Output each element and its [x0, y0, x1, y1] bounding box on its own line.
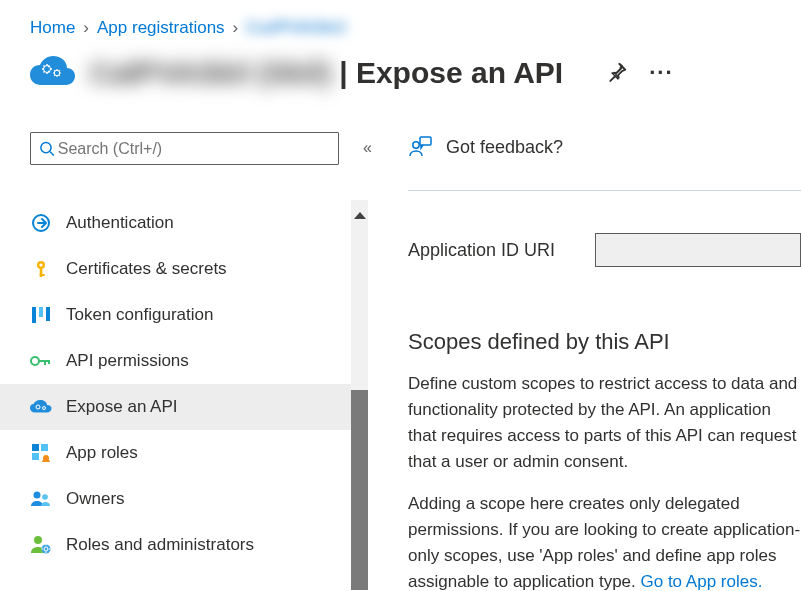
scrollbar-track[interactable]: [351, 200, 368, 588]
svg-point-12: [31, 357, 39, 365]
app-roles-icon: [30, 444, 52, 462]
chevron-right-icon: ›: [83, 18, 89, 38]
svg-rect-18: [32, 444, 39, 451]
svg-point-23: [42, 494, 48, 500]
authentication-icon: [30, 213, 52, 233]
svg-rect-19: [41, 444, 48, 451]
token-icon: [30, 306, 52, 324]
app-id-uri-label: Application ID URI: [408, 240, 555, 261]
expose-api-icon: [30, 399, 52, 415]
more-icon[interactable]: ···: [649, 60, 673, 86]
svg-point-27: [413, 142, 419, 148]
search-icon: [39, 140, 56, 158]
search-input[interactable]: [56, 139, 330, 159]
scrollbar-thumb[interactable]: [351, 390, 368, 590]
sidebar-item-api-permissions[interactable]: API permissions: [0, 338, 368, 384]
key-icon: [30, 259, 52, 279]
sidebar-item-label: Authentication: [66, 213, 174, 233]
sidebar-item-certificates-secrets[interactable]: Certificates & secrets: [0, 246, 368, 292]
svg-point-6: [39, 263, 42, 266]
svg-point-2: [41, 142, 51, 152]
api-permissions-icon: [30, 353, 52, 369]
breadcrumb-home[interactable]: Home: [30, 18, 75, 38]
divider: [408, 190, 801, 191]
svg-rect-20: [32, 453, 39, 460]
chevron-right-icon: ›: [233, 18, 239, 38]
sidebar-item-label: Owners: [66, 489, 125, 509]
svg-rect-28: [420, 137, 431, 145]
app-cloud-icon: [28, 54, 76, 92]
scopes-description-1: Define custom scopes to restrict access …: [408, 371, 801, 475]
scopes-description-2: Adding a scope here creates only delegat…: [408, 491, 801, 591]
svg-rect-9: [32, 307, 36, 323]
go-to-app-roles-link[interactable]: Go to App roles.: [641, 572, 763, 591]
breadcrumb-app-registrations[interactable]: App registrations: [97, 18, 225, 38]
sidebar-item-authentication[interactable]: Authentication: [0, 200, 368, 246]
feedback-link[interactable]: Got feedback?: [408, 130, 801, 164]
sidebar-item-expose-an-api[interactable]: Expose an API: [0, 384, 368, 430]
sidebar-item-token-configuration[interactable]: Token configuration: [0, 292, 368, 338]
breadcrumb: Home › App registrations › CalPVASkil: [0, 0, 801, 44]
app-id-uri-input[interactable]: [595, 233, 801, 267]
svg-rect-11: [46, 307, 50, 321]
page-title-row: CalPVASkil (Skil) | Expose an API ···: [0, 44, 801, 132]
svg-rect-8: [40, 274, 45, 276]
svg-point-24: [34, 536, 42, 544]
sidebar-item-owners[interactable]: Owners: [0, 476, 368, 522]
sidebar-item-roles-administrators[interactable]: Roles and administrators: [0, 522, 368, 568]
sidebar-item-label: Certificates & secrets: [66, 259, 227, 279]
sidebar-item-label: Token configuration: [66, 305, 213, 325]
breadcrumb-app-name-redacted: CalPVASkil: [246, 18, 346, 38]
sidebar-item-label: App roles: [66, 443, 138, 463]
svg-rect-10: [39, 307, 43, 317]
scopes-heading: Scopes defined by this API: [408, 329, 801, 355]
feedback-label: Got feedback?: [446, 137, 563, 158]
page-title: | Expose an API: [339, 56, 563, 90]
svg-point-22: [34, 492, 41, 499]
scroll-up-icon[interactable]: [354, 212, 366, 219]
pin-icon[interactable]: [607, 62, 627, 85]
sidebar-item-app-roles[interactable]: App roles: [0, 430, 368, 476]
sidebar-nav: Authentication Certificates & secrets: [0, 200, 368, 588]
roles-admin-icon: [30, 535, 52, 555]
sidebar-item-label: API permissions: [66, 351, 189, 371]
page-title-app-name-redacted: CalPVASkil (Skil): [90, 56, 331, 90]
owners-icon: [30, 490, 52, 508]
sidebar-item-label: Expose an API: [66, 397, 178, 417]
svg-line-3: [50, 151, 54, 155]
feedback-icon: [408, 136, 432, 158]
search-input-container[interactable]: [30, 132, 339, 165]
sidebar-item-label: Roles and administrators: [66, 535, 254, 555]
